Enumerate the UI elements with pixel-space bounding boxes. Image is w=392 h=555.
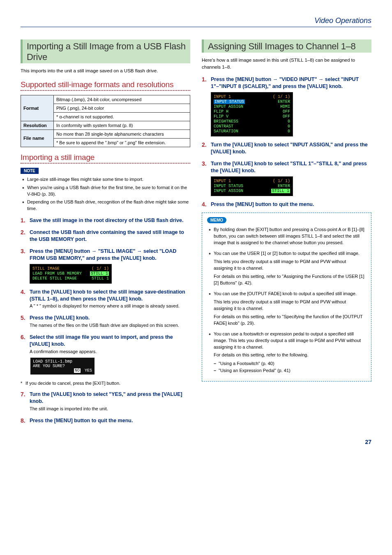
step: 4Turn the [VALUE] knob to select the sti… — [21, 289, 190, 310]
step: 1Save the still image in the root direct… — [21, 217, 190, 224]
memo-badge: MEMO — [207, 217, 226, 223]
step-number: 2 — [21, 229, 25, 236]
memo-item: By holding down the [EXIT] button and pr… — [209, 227, 366, 246]
step-number: 8 — [21, 417, 25, 424]
memo-item: You can use the USER [1] or [2] button t… — [209, 250, 366, 287]
step: 7Turn the [VALUE] knob to select "YES," … — [21, 391, 190, 412]
step-instruction: Connect the USB flash drive containing t… — [30, 229, 190, 243]
step-number: 2 — [202, 141, 207, 148]
memo-box: MEMO By holding down the [EXIT] button a… — [202, 213, 371, 382]
memo-item: You can use the [OUTPUT FADE] knob to ou… — [209, 291, 366, 327]
step-instruction: Press the [MENU] button to quit the menu… — [30, 417, 190, 424]
step-instruction: Press the [VALUE] knob. — [30, 314, 190, 321]
step-body: The names of the files on the USB flash … — [30, 322, 190, 329]
step: 3Turn the [VALUE] knob to select "STILL … — [202, 160, 371, 196]
table-head: Format — [21, 95, 54, 121]
step-instruction: Press the [MENU] button to quit the menu… — [211, 201, 371, 208]
step-instruction: Press the [MENU] button → "VIDEO INPUT" … — [211, 76, 371, 90]
step-number: 3 — [21, 248, 25, 254]
table-cell: * Be sure to append the ".bmp" or ".png"… — [54, 138, 190, 147]
step: 4Press the [MENU] button to quit the men… — [202, 201, 371, 208]
step-instruction: Turn the [VALUE] knob to select "YES," a… — [30, 391, 190, 405]
step-number: 4 — [202, 201, 207, 208]
step-number: 7 — [21, 391, 25, 398]
step-number: 3 — [202, 160, 207, 167]
step: 2Connect the USB flash drive containing … — [21, 229, 190, 243]
step: 1Press the [MENU] button → "VIDEO INPUT"… — [202, 76, 371, 136]
table-cell: In conformity with system format (p. 8) — [54, 121, 190, 130]
step: 3Press the [MENU] button → "STILL IMAGE"… — [21, 248, 190, 284]
table-cell: No more than 28 single-byte alphanumeric… — [54, 130, 190, 138]
table-cell: * α-channel is not supported. — [54, 112, 190, 121]
section-title-import: Importing a Still Image from a USB Flash… — [21, 39, 190, 63]
header-title: Video Operations — [314, 16, 371, 25]
menu-screen: INPUT 1( 1/ 1)INPUT STATUSENTERINPUT ASS… — [211, 176, 293, 196]
step-number: 4 — [21, 289, 25, 295]
step-number: 1 — [21, 217, 25, 224]
left-steps: 1Save the still image in the root direct… — [21, 217, 190, 424]
left-column: Importing a Still Image from a USB Flash… — [21, 39, 190, 429]
step-body: A confirmation message appears. — [30, 349, 190, 355]
page-number: 27 — [21, 439, 371, 445]
step: 5Press the [VALUE] knob.The names of the… — [21, 314, 190, 329]
right-column: Assigning Still Images to Channel 1–8 He… — [202, 39, 371, 429]
step-instruction: Press the [MENU] button → "STILL IMAGE" … — [30, 248, 190, 262]
subsection-import: Importing a still image — [21, 153, 190, 164]
step-instruction: Turn the [VALUE] knob to select "INPUT A… — [211, 141, 371, 155]
table-head: Resolution — [21, 121, 54, 130]
note-list: Large-size still-image files might take … — [22, 176, 190, 213]
note-item: When you're using a USB flash drive for … — [22, 185, 190, 198]
step-instruction: Select the still image file you want to … — [30, 334, 190, 348]
note-item: Large-size still-image files might take … — [22, 176, 190, 183]
cancel-note: If you decide to cancel, press the [EXIT… — [21, 380, 190, 387]
table-cell: PNG (.png), 24-bit color — [54, 104, 190, 112]
subsection-formats: Supported still-image formats and resolu… — [21, 80, 190, 91]
memo-list: By holding down the [EXIT] button and pr… — [209, 227, 366, 374]
step: 8Press the [MENU] button to quit the men… — [21, 417, 190, 424]
table-head: File name — [21, 130, 54, 147]
confirm-dialog: LOAD STILL-1.bmpARE YOU SURE?NO YES — [30, 357, 95, 375]
step-instruction: Turn the [VALUE] knob to select the stil… — [30, 289, 190, 303]
step-body: A " * " symbol is displayed for memory w… — [30, 303, 190, 310]
step: 6Select the still image file you want to… — [21, 334, 190, 375]
memo-item: You can use a footswitch or expression p… — [209, 331, 366, 374]
step-instruction: Save the still image in the root directo… — [30, 217, 190, 224]
menu-screen: INPUT 1( 1/ 1)INPUT STATUSENTERINPUT ASS… — [211, 92, 293, 136]
note-item: Depending on the USB flash drive, recogn… — [22, 199, 190, 212]
step-body: The still image is imported into the uni… — [30, 406, 190, 412]
right-steps: 1Press the [MENU] button → "VIDEO INPUT"… — [202, 76, 371, 208]
menu-screen: STILL IMAGE( 1/ 1)LOAD FROM USB MEMORYST… — [30, 264, 112, 284]
step-number: 1 — [202, 76, 207, 83]
page-header: Video Operations — [21, 16, 371, 27]
step-number: 6 — [21, 334, 25, 340]
format-table: FormatBitmap (.bmp), 24-bit color, uncom… — [21, 95, 190, 147]
table-cell: Bitmap (.bmp), 24-bit color, uncompresse… — [54, 95, 190, 104]
section-title-assign: Assigning Still Images to Channel 1–8 — [202, 39, 371, 53]
intro-text: This imports into the unit a still image… — [21, 67, 190, 74]
step: 2Turn the [VALUE] knob to select "INPUT … — [202, 141, 371, 155]
intro-text: Here's how a still image saved in this u… — [202, 57, 371, 70]
note-badge: NOTE — [21, 168, 39, 174]
step-number: 5 — [21, 314, 25, 321]
step-instruction: Turn the [VALUE] knob to select "STILL 1… — [211, 160, 371, 174]
